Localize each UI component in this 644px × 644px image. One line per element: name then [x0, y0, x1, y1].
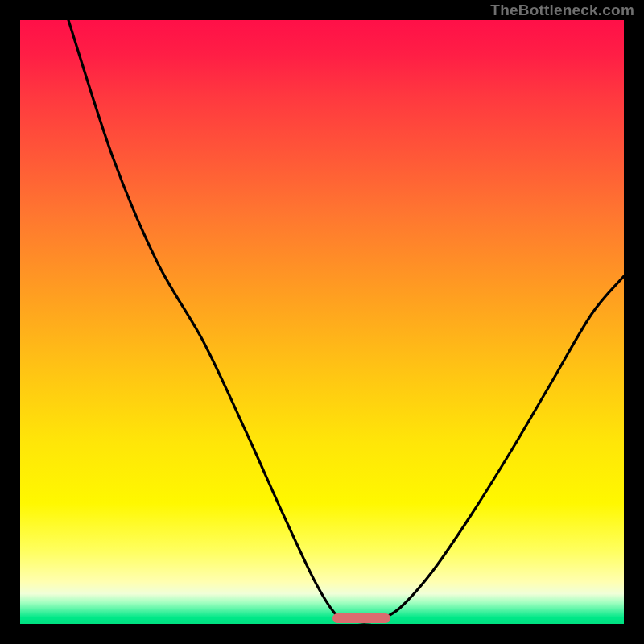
bottleneck-curve	[20, 20, 624, 624]
optimal-range-marker	[332, 613, 390, 623]
attribution-text: TheBottleneck.com	[490, 2, 634, 19]
plot-frame	[20, 20, 624, 624]
